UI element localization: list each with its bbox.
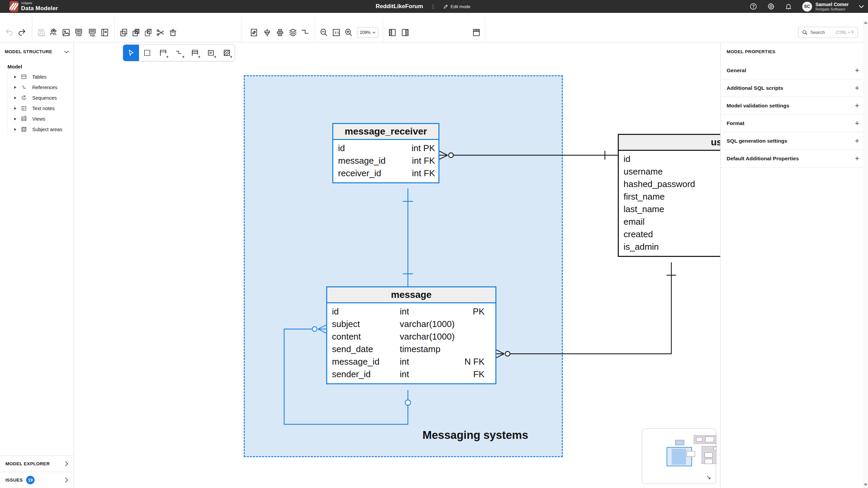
expand-plus-icon[interactable]: + [855, 66, 859, 75]
report-button[interactable] [99, 26, 111, 39]
expander-arrow-icon[interactable] [14, 107, 16, 110]
autosize-button[interactable] [248, 26, 260, 39]
table-message_receiver[interactable]: message_receiver idint PKmessage_idint F… [332, 123, 439, 183]
search-input[interactable]: Search CTRL + F [798, 27, 858, 38]
properties-section-sql-generation-settings[interactable]: SQL generation settings+ [721, 132, 868, 150]
expander-arrow-icon[interactable] [14, 97, 16, 99]
expander-arrow-icon[interactable] [14, 128, 16, 131]
copy-button[interactable] [118, 26, 130, 39]
scroll-up-arrow-icon[interactable] [864, 21, 868, 24]
relationship-message-user[interactable] [496, 262, 676, 358]
zoom-level-dropdown[interactable]: 209% [357, 27, 378, 38]
redo-button[interactable] [16, 26, 28, 39]
toggle-right-panel-button[interactable] [399, 26, 411, 39]
column-subject[interactable]: subjectvarchar(1000) [327, 318, 495, 330]
marquee-select-tool[interactable] [139, 45, 155, 61]
user-menu[interactable]: SC Samuel Comer Redgate Software [802, 2, 849, 12]
column-receiver_id[interactable]: receiver_idint FK [333, 167, 438, 180]
column-content[interactable]: contentvarchar(1000) [327, 330, 495, 343]
add-reference-tool[interactable]: + [171, 45, 187, 61]
column-hashed_password[interactable]: hashed_password [619, 178, 720, 190]
expand-plus-icon[interactable]: + [855, 137, 859, 145]
model-properties-header: MODEL PROPERTIES [721, 42, 868, 54]
expander-arrow-icon[interactable] [14, 118, 16, 120]
model-explorer-toggle[interactable]: MODEL EXPLORER [0, 455, 74, 472]
add-view-tool[interactable]: + [187, 45, 203, 61]
toggle-top-panel-button[interactable] [470, 26, 482, 39]
sidebar-item-references[interactable]: References [7, 82, 74, 93]
column-email[interactable]: email [619, 216, 720, 228]
sidebar-item-subject-areas[interactable]: Subject areas [7, 124, 74, 135]
properties-section-default-additional-properties[interactable]: Default Additional Properties+ [721, 150, 868, 167]
column-id[interactable]: id [619, 153, 720, 165]
edit-mode-indicator[interactable]: Edit mode [443, 4, 471, 9]
zoom-in-button[interactable] [342, 26, 355, 39]
column-username[interactable]: username [619, 165, 720, 178]
properties-section-additional-sql-scripts[interactable]: Additional SQL scripts+ [721, 79, 868, 97]
share-button[interactable] [47, 26, 60, 39]
settings-button[interactable] [767, 3, 775, 10]
warning-icon: ▲ [24, 114, 27, 118]
export-pdf-button[interactable]: PDF [73, 26, 85, 39]
save-button[interactable] [35, 26, 47, 39]
export-image-button[interactable] [60, 26, 72, 39]
column-id[interactable]: idintPK [327, 305, 495, 318]
expander-arrow-icon[interactable] [14, 76, 16, 78]
minimap-resize-handle[interactable]: ↘ [706, 474, 711, 481]
properties-section-model-validation-settings[interactable]: Model validation settings+ [721, 97, 868, 115]
cut-button[interactable] [154, 26, 166, 39]
column-is_admin[interactable]: is_admin [619, 241, 720, 253]
sidebar-item-views[interactable]: ▲Views [7, 114, 74, 124]
diagram-canvas[interactable]: message_receiver idint PKmessage_idint F… [74, 42, 720, 488]
sidebar-item-text-notes[interactable]: Text notes [7, 103, 74, 114]
column-message_id[interactable]: message_idintN FK [327, 355, 495, 368]
relationship-message_receiver-message[interactable] [403, 188, 413, 286]
table-message[interactable]: message idintPKsubjectvarchar(1000)conte… [326, 286, 496, 384]
expand-plus-icon[interactable]: + [855, 119, 859, 128]
add-table-tool[interactable]: + [155, 45, 171, 61]
column-created[interactable]: created [619, 228, 720, 241]
column-first_name[interactable]: first_name [619, 190, 720, 203]
column-send_date[interactable]: send_datetimestamp [327, 343, 495, 355]
export-sql-button[interactable]: SQL [86, 26, 98, 39]
distribute-button[interactable] [274, 26, 286, 39]
expand-plus-icon[interactable]: + [855, 84, 859, 93]
select-tool[interactable] [123, 45, 139, 61]
expand-plus-icon[interactable]: + [855, 154, 859, 163]
search-placeholder: Search [810, 30, 825, 35]
layers-button[interactable] [287, 26, 299, 39]
notifications-button[interactable] [785, 3, 792, 10]
column-last_name[interactable]: last_name [619, 203, 720, 216]
zoom-reset-button[interactable]: 1:1 [330, 26, 342, 39]
properties-section-general[interactable]: General+ [721, 62, 868, 79]
page-scrollbar[interactable] [863, 19, 868, 488]
expander-arrow-icon[interactable] [14, 86, 16, 89]
sidebar-item-tables[interactable]: Tables [7, 72, 74, 82]
reference-style-button[interactable] [299, 26, 311, 39]
sidebar-item-sequences[interactable]: 1Sequences [7, 93, 74, 103]
issues-toggle[interactable]: ISSUES 19 [0, 472, 74, 488]
column-id[interactable]: idint PK [333, 142, 438, 155]
model-root-node[interactable]: Model [0, 54, 74, 72]
align-button[interactable] [261, 26, 273, 39]
help-button[interactable] [750, 3, 757, 10]
add-subject-area-tool[interactable]: + [219, 45, 235, 61]
expand-plus-icon[interactable]: + [855, 101, 859, 110]
add-text-note-tool[interactable]: + [203, 45, 219, 61]
undo-button[interactable] [3, 26, 16, 39]
zoom-out-button[interactable] [318, 26, 330, 39]
relationship-message_receiver-user[interactable] [439, 151, 618, 160]
scroll-down-arrow-icon[interactable] [864, 484, 868, 486]
delete-button[interactable] [167, 26, 179, 39]
document-menu-button[interactable]: ⋮ [431, 3, 436, 9]
table-user[interactable]: user idusernamehashed_passwordfirst_name… [618, 134, 720, 257]
properties-section-format[interactable]: Format+ [721, 115, 868, 132]
model-structure-header[interactable]: MODEL STRUCTURE [0, 42, 74, 54]
paste-style-button[interactable] [142, 26, 154, 39]
copy-style-button[interactable] [130, 26, 142, 39]
minimap[interactable]: ↘ [642, 428, 716, 484]
user-menu-chevron-icon[interactable] [859, 5, 864, 8]
toggle-left-panel-button[interactable] [386, 26, 398, 39]
column-sender_id[interactable]: sender_idintFK [327, 368, 495, 381]
column-message_id[interactable]: message_idint FK [333, 155, 438, 167]
